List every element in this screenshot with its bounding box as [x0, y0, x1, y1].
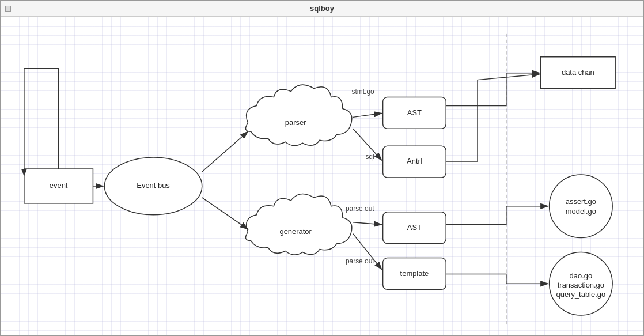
- event-loop-arrow: [24, 69, 59, 169]
- ast-bottom-label: AST: [407, 223, 422, 232]
- main-window: sqlboy event Event bus parser: [0, 0, 644, 336]
- parser-to-ast-arrow: [353, 113, 382, 117]
- window-controls[interactable]: [5, 6, 11, 12]
- generator-to-ast-bottom-arrow: [353, 222, 382, 225]
- antrl-to-datachan-arrow: [446, 74, 539, 161]
- generator-label: generator: [279, 227, 312, 236]
- generator-node: generator: [245, 194, 351, 255]
- ast-top-label: AST: [407, 108, 422, 117]
- assert-go-label-2: model.go: [566, 207, 596, 216]
- dao-go-label-1: dao.go: [570, 271, 593, 280]
- parser-label: parser: [285, 118, 306, 127]
- window-title: sqlboy: [310, 4, 334, 13]
- parse-out-top-label: parse out: [346, 205, 374, 213]
- minimize-button[interactable]: [5, 6, 11, 12]
- sql-label: sql: [365, 153, 374, 161]
- template-label: template: [400, 269, 429, 278]
- title-bar: sqlboy: [1, 1, 643, 17]
- ast-top-to-datachan-arrow: [446, 73, 539, 106]
- dao-go-label-2: transaction.go: [558, 281, 604, 289]
- parser-node: parser: [245, 85, 351, 146]
- dao-go-label-3: query_table.go: [556, 290, 606, 299]
- antrl-label: Antrl: [407, 157, 422, 166]
- event-label: event: [50, 181, 68, 190]
- ast-bottom-to-assert-arrow: [446, 206, 548, 225]
- stmt-go-label: stmt.go: [352, 88, 375, 96]
- diagram-area: event Event bus parser generator AST Ant…: [1, 17, 643, 335]
- assert-go-node: [550, 175, 613, 238]
- parse-out-bottom-label: parse out: [346, 257, 374, 265]
- bus-to-generator-arrow: [202, 198, 248, 229]
- bus-to-parser-arrow: [202, 131, 248, 172]
- assert-go-label-1: assert.go: [566, 197, 596, 206]
- template-to-dao-arrow: [446, 274, 548, 284]
- diagram-svg: event Event bus parser generator AST Ant…: [1, 17, 643, 335]
- event-bus-label: Event bus: [137, 181, 170, 190]
- data-chan-label: data chan: [562, 68, 594, 77]
